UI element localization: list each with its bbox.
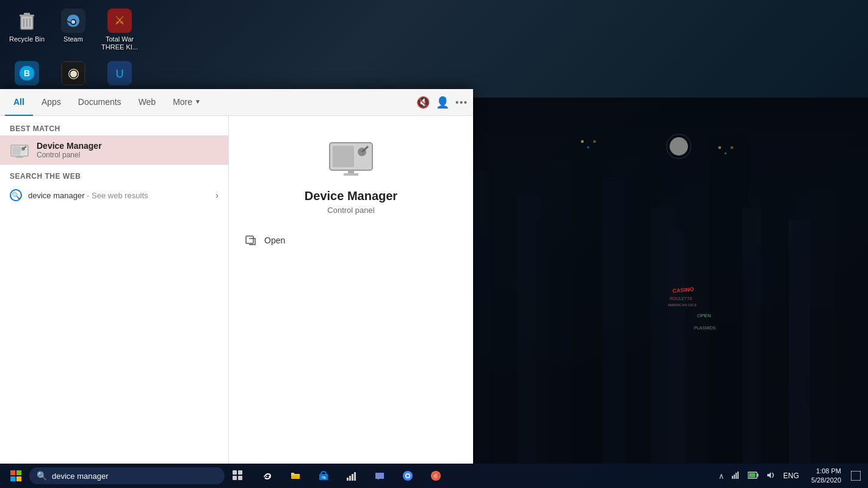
more-options-icon[interactable]: ••• [455, 98, 468, 107]
uplay-icon: U [107, 61, 132, 85]
taskbar-chrome[interactable] [394, 464, 421, 488]
svg-text:🎯: 🎯 [432, 472, 440, 480]
search-tabs: All Apps Documents Web More ▼ 🔇 👤 ••• [0, 89, 473, 116]
svg-rect-104 [737, 472, 739, 479]
svg-rect-93 [349, 476, 351, 481]
svg-rect-74 [333, 146, 354, 167]
tab-apps[interactable]: Apps [33, 89, 70, 116]
taskbar-app7[interactable]: 🎯 [422, 464, 449, 488]
taskbar-search-input[interactable] [52, 472, 211, 481]
result-name: Device Manager [37, 141, 102, 151]
svg-text:◉: ◉ [68, 65, 79, 81]
recycle-bin-icon [15, 9, 39, 33]
svg-text:PLASMIDS: PLASMIDS [694, 326, 716, 330]
taskbar-date: 5/28/2020 [811, 476, 841, 485]
app-preview-icon [327, 131, 375, 179]
svg-rect-103 [736, 473, 737, 479]
svg-text:ROULETTE: ROULETTE [670, 296, 693, 301]
web-search-arrow-icon: › [215, 190, 219, 200]
svg-text:🛍: 🛍 [322, 475, 326, 479]
audio-icon[interactable]: 🔇 [416, 96, 430, 109]
volume-icon[interactable] [764, 470, 778, 483]
svg-rect-81 [16, 470, 21, 475]
result-sub: Control panel [37, 151, 102, 159]
start-button[interactable] [2, 464, 29, 488]
taskbar-system-tray: ∧ ENG [711, 470, 806, 483]
taskbar: 🔍 🛍 [0, 464, 868, 488]
open-icon [244, 233, 258, 248]
tab-documents[interactable]: Documents [70, 89, 130, 116]
taskbar-search-box[interactable]: 🔍 [29, 467, 225, 484]
svg-point-46 [71, 20, 75, 24]
taskbar-network[interactable] [338, 464, 365, 488]
control-icon: ◉ [61, 61, 85, 85]
recycle-bin-label: Recycle Bin [9, 35, 45, 43]
svg-text:U: U [116, 68, 124, 80]
language-indicator[interactable]: ENG [781, 470, 801, 481]
svg-rect-68 [12, 146, 21, 155]
action-open[interactable]: Open [244, 229, 458, 251]
svg-rect-84 [233, 470, 237, 475]
svg-rect-89 [291, 475, 300, 479]
svg-text:B: B [24, 68, 30, 78]
chevron-up-icon[interactable]: ∧ [716, 470, 727, 482]
svg-rect-29 [718, 146, 721, 149]
taskbar-discord[interactable] [366, 464, 393, 488]
search-panel: All Apps Documents Web More ▼ 🔇 👤 ••• Be… [0, 89, 473, 464]
open-label: Open [264, 235, 285, 245]
device-manager-icon [10, 140, 29, 160]
tab-web[interactable]: Web [130, 89, 165, 116]
search-web-label: Search the web [10, 172, 219, 181]
notification-icon[interactable] [846, 464, 866, 488]
taskbar-items: 🛍 🎯 [254, 464, 449, 488]
result-device-manager[interactable]: Device Manager Control panel [0, 135, 228, 165]
svg-rect-79 [246, 236, 253, 243]
taskbar-clock[interactable]: 1:08 PM 5/28/2020 [806, 467, 846, 486]
web-search-item[interactable]: 🔍 device manager - See web results › [10, 185, 219, 205]
taskbar-task-view[interactable] [225, 464, 251, 488]
svg-point-98 [407, 475, 410, 478]
taskbar-explorer[interactable] [282, 464, 309, 488]
desktop-icon-totalwar[interactable]: ⚔ Total War THREE KI... [98, 5, 142, 55]
svg-rect-26 [581, 140, 584, 143]
result-device-manager-text: Device Manager Control panel [37, 141, 102, 159]
steam-icon [61, 9, 85, 33]
svg-rect-72 [16, 157, 23, 158]
svg-rect-80 [10, 470, 15, 475]
desktop-icon-steam[interactable]: Steam [51, 5, 95, 55]
battlenet-icon: B [15, 61, 39, 85]
svg-rect-87 [238, 476, 242, 480]
svg-rect-31 [731, 146, 733, 149]
taskbar-edge[interactable] [254, 464, 281, 488]
svg-rect-86 [233, 476, 237, 480]
taskbar-store[interactable]: 🛍 [310, 464, 337, 488]
svg-rect-78 [344, 173, 358, 176]
svg-rect-108 [851, 471, 861, 481]
totalwar-icon: ⚔ [107, 9, 132, 33]
svg-rect-95 [354, 472, 356, 481]
tab-header-icons: 🔇 👤 ••• [416, 96, 468, 109]
app-preview-name: Device Manager [305, 189, 397, 203]
desktop: CASINO ROULETTE AMERICAN DICE OPEN PLASM… [0, 0, 868, 488]
network-icon[interactable] [729, 470, 743, 483]
results-left: Best match Device Manager Control panel … [0, 116, 229, 464]
svg-rect-41 [24, 13, 30, 15]
results-right: Device Manager Control panel Open [229, 116, 473, 464]
taskbar-search-icon: 🔍 [37, 471, 47, 481]
svg-rect-106 [758, 473, 759, 476]
tab-all[interactable]: All [5, 89, 33, 116]
svg-rect-82 [10, 476, 15, 481]
totalwar-label: Total War THREE KI... [100, 35, 139, 51]
svg-rect-27 [587, 146, 589, 148]
svg-rect-101 [732, 476, 733, 479]
desktop-icon-recycle-bin[interactable]: Recycle Bin [5, 5, 49, 55]
svg-rect-102 [734, 475, 735, 479]
app-preview-sub: Control panel [327, 206, 374, 215]
battery-icon[interactable] [745, 470, 761, 482]
person-icon[interactable]: 👤 [436, 96, 449, 109]
web-search-text: device manager - See web results [28, 191, 148, 200]
web-search-circle-icon: 🔍 [10, 189, 22, 201]
tab-more[interactable]: More ▼ [164, 89, 209, 116]
svg-rect-94 [352, 474, 353, 481]
steam-label: Steam [63, 35, 83, 43]
